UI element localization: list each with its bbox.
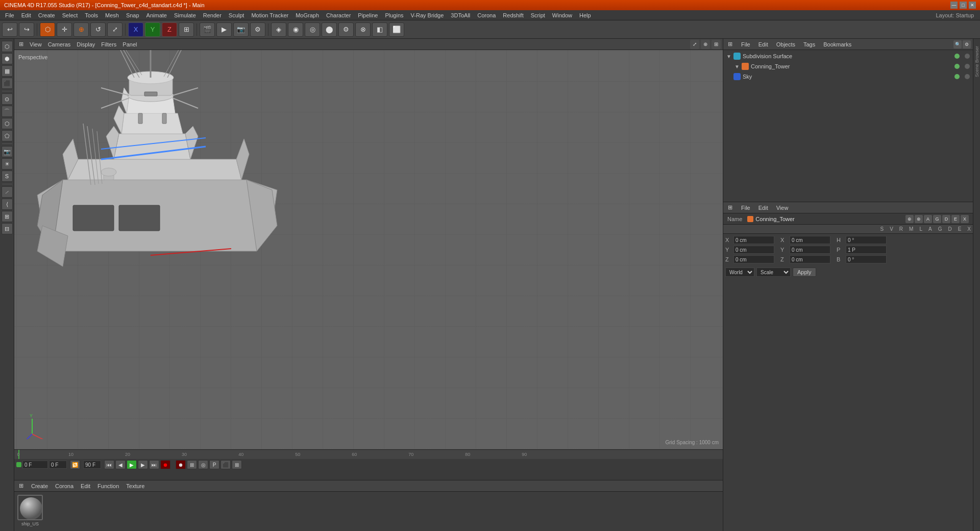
obj-render-toggle-sky[interactable] bbox=[965, 74, 970, 79]
menu-render[interactable]: Render bbox=[200, 11, 225, 19]
minimize-button[interactable]: — bbox=[950, 2, 958, 9]
render-region-button[interactable]: 🎬 bbox=[200, 22, 215, 37]
tool-null[interactable]: ⊙ bbox=[2, 93, 13, 105]
timeline-status-3[interactable]: ◎ bbox=[198, 460, 208, 469]
attr-icon-3[interactable]: A bbox=[924, 215, 932, 223]
material-menu-edit[interactable]: Edit bbox=[79, 482, 92, 490]
menu-file[interactable]: File bbox=[2, 11, 17, 19]
tool-camera[interactable]: 📷 bbox=[2, 146, 13, 157]
obj-menu-file[interactable]: File bbox=[739, 40, 752, 49]
material-menu-create[interactable]: Create bbox=[29, 482, 50, 490]
restore-button[interactable]: □ bbox=[960, 2, 967, 9]
viewport-icon-1[interactable]: ⤢ bbox=[690, 40, 699, 49]
expand-icon-subdivision[interactable]: ▼ bbox=[726, 54, 731, 59]
world-axis-button[interactable]: ⊞ bbox=[179, 22, 194, 37]
render-to-picture-button[interactable]: 📷 bbox=[233, 22, 249, 37]
timeline-status-4[interactable]: P bbox=[209, 460, 219, 469]
apply-button[interactable]: Apply bbox=[793, 268, 816, 277]
transform-button[interactable]: ⤢ bbox=[107, 22, 122, 37]
menu-script[interactable]: Script bbox=[528, 11, 548, 19]
attr-icon-7[interactable]: X bbox=[961, 215, 969, 223]
tool-sculpt-3[interactable]: ⊞ bbox=[2, 211, 13, 222]
menu-3dtoall[interactable]: 3DToAll bbox=[448, 11, 473, 19]
menu-pipeline[interactable]: Pipeline bbox=[355, 11, 381, 19]
menu-mograph[interactable]: MoGraph bbox=[292, 11, 322, 19]
next-frame-button[interactable]: ▶ bbox=[138, 460, 148, 469]
attr-x-pos-input[interactable] bbox=[733, 236, 774, 244]
menu-edit[interactable]: Edit bbox=[18, 11, 34, 19]
timeline-status-6[interactable]: ⊞ bbox=[232, 460, 242, 469]
skip-to-start-button[interactable]: ⏮ bbox=[104, 460, 114, 469]
tool-polygon[interactable]: ⬢ bbox=[2, 53, 13, 64]
display-mode-3[interactable]: ◎ bbox=[305, 22, 320, 37]
display-mode-4[interactable]: ⬤ bbox=[322, 22, 337, 37]
menu-sculpt[interactable]: Sculpt bbox=[226, 11, 248, 19]
menu-create[interactable]: Create bbox=[35, 11, 58, 19]
obj-menu-objects[interactable]: Objects bbox=[774, 40, 797, 49]
obj-render-toggle-conning[interactable] bbox=[965, 64, 970, 69]
object-row-sky[interactable]: ▶ Sky bbox=[724, 71, 972, 82]
obj-search-icon[interactable]: 🔍 bbox=[953, 40, 962, 49]
viewport-menu-view[interactable]: View bbox=[27, 40, 44, 49]
object-mode-button[interactable]: ⬡ bbox=[40, 22, 55, 37]
display-mode-8[interactable]: ⬜ bbox=[389, 22, 404, 37]
display-mode-6[interactable]: ⊗ bbox=[355, 22, 371, 37]
viewport-3d[interactable]: Perspective bbox=[14, 50, 723, 449]
object-row-subdivision[interactable]: ▼ Subdivision Surface bbox=[724, 51, 972, 61]
undo-button[interactable]: ↩ bbox=[2, 22, 17, 37]
scale-mode-select[interactable]: Scale Absolute bbox=[756, 268, 791, 277]
obj-vis-toggle-subdivision[interactable] bbox=[954, 54, 960, 59]
move-tool-button[interactable]: ✛ bbox=[57, 22, 72, 37]
expand-icon-conning-tower[interactable]: ▼ bbox=[734, 64, 740, 69]
redo-button[interactable]: ↪ bbox=[19, 22, 34, 37]
material-menu-texture[interactable]: Texture bbox=[124, 482, 146, 490]
skip-to-end-button[interactable]: ⏭ bbox=[149, 460, 159, 469]
material-thumb-ship-us[interactable] bbox=[17, 495, 43, 520]
viewport-menu-cameras[interactable]: Cameras bbox=[45, 40, 74, 49]
record-button[interactable]: ⏺ bbox=[160, 460, 170, 469]
material-item-ship-us[interactable]: ship_US bbox=[17, 495, 43, 526]
attr-menu-view[interactable]: View bbox=[774, 204, 791, 212]
attr-icon-6[interactable]: E bbox=[951, 215, 960, 223]
attr-icon-4[interactable]: G bbox=[933, 215, 941, 223]
object-row-conning-tower[interactable]: ▼ Conning_Tower bbox=[724, 61, 972, 71]
menu-simulate[interactable]: Simulate bbox=[171, 11, 199, 19]
menu-plugins[interactable]: Plugins bbox=[382, 11, 406, 19]
obj-menu-edit[interactable]: Edit bbox=[756, 40, 770, 49]
attr-h-input[interactable] bbox=[846, 236, 887, 244]
obj-menu-tags[interactable]: Tags bbox=[801, 40, 817, 49]
menu-help[interactable]: Help bbox=[576, 11, 594, 19]
tool-select[interactable]: ⬡ bbox=[2, 41, 13, 52]
render-view-button[interactable]: ▶ bbox=[216, 22, 232, 37]
close-button[interactable]: ✕ bbox=[969, 2, 976, 9]
timeline-loop-btn[interactable]: 🔁 bbox=[70, 460, 80, 469]
attr-icon-5[interactable]: D bbox=[942, 215, 950, 223]
end-frame-input[interactable] bbox=[83, 461, 101, 469]
prev-frame-button[interactable]: ◀ bbox=[115, 460, 126, 469]
menu-vray[interactable]: V-Ray Bridge bbox=[408, 11, 447, 19]
display-mode-1[interactable]: ◈ bbox=[271, 22, 286, 37]
tool-light[interactable]: ☀ bbox=[2, 158, 13, 170]
viewport-menu-panel[interactable]: Panel bbox=[120, 40, 139, 49]
start-frame-input[interactable] bbox=[49, 461, 67, 469]
menu-window[interactable]: Window bbox=[549, 11, 575, 19]
menu-tools[interactable]: Tools bbox=[82, 11, 101, 19]
obj-config-icon[interactable]: ⚙ bbox=[963, 40, 971, 49]
viewport-menu-filters[interactable]: Filters bbox=[99, 40, 119, 49]
material-menu-function[interactable]: Function bbox=[95, 482, 121, 490]
rotate-tool-button[interactable]: ↺ bbox=[90, 22, 106, 37]
material-menu-corona[interactable]: Corona bbox=[53, 482, 76, 490]
tool-deformer[interactable]: ⬠ bbox=[2, 130, 13, 141]
viewport-menu-display[interactable]: Display bbox=[74, 40, 97, 49]
tool-sculpt-2[interactable]: ⟨ bbox=[2, 199, 13, 210]
menu-select[interactable]: Select bbox=[59, 11, 81, 19]
obj-vis-toggle-conning[interactable] bbox=[954, 64, 960, 69]
tool-spline[interactable]: ⌒ bbox=[2, 106, 13, 117]
play-button[interactable]: ▶ bbox=[127, 460, 137, 469]
attr-menu-file[interactable]: File bbox=[739, 204, 752, 212]
menu-redshift[interactable]: Redshift bbox=[500, 11, 526, 19]
menu-mesh[interactable]: Mesh bbox=[102, 11, 122, 19]
current-frame-input[interactable] bbox=[22, 461, 48, 469]
display-mode-5[interactable]: ⚙ bbox=[338, 22, 354, 37]
attr-menu-edit[interactable]: Edit bbox=[756, 204, 770, 212]
